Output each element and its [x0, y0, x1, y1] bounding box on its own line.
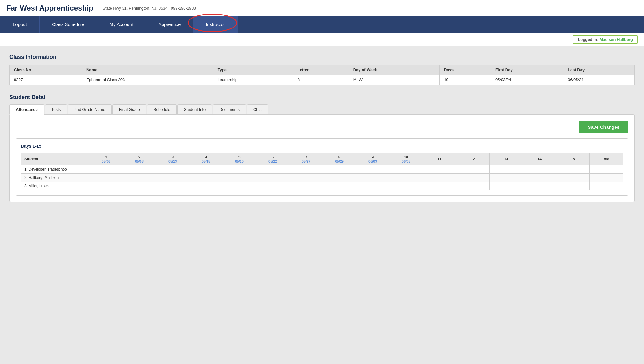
attendance-cell[interactable]: [156, 182, 189, 190]
attendance-cell[interactable]: [523, 165, 556, 174]
attendance-student-row: 2. Hallberg, Madisen: [21, 174, 623, 182]
class-first-day-value: 05/03/24: [491, 75, 564, 85]
nav-apprentice[interactable]: Apprentice: [146, 16, 194, 32]
attendance-day-9-header: 9 06/03: [356, 153, 389, 165]
attendance-cell[interactable]: [223, 174, 256, 182]
attendance-cell[interactable]: [123, 182, 156, 190]
attendance-day-11-header: 11: [423, 153, 456, 165]
attendance-day-13-header: 13: [490, 153, 523, 165]
tab-final-grade[interactable]: Final Grade: [112, 104, 146, 115]
attendance-cell[interactable]: [123, 165, 156, 174]
attendance-cell[interactable]: [490, 174, 523, 182]
attendance-cell[interactable]: [223, 165, 256, 174]
attendance-total-cell: [590, 165, 623, 174]
attendance-cell[interactable]: [490, 182, 523, 190]
attendance-cell[interactable]: [456, 165, 490, 174]
col-first-day: First Day: [491, 65, 564, 75]
attendance-cell[interactable]: [356, 165, 389, 174]
tab-student-info[interactable]: Student Info: [177, 104, 212, 115]
days-section: Days 1-15 Student 1 05/06 2 05/08: [16, 138, 628, 196]
attendance-cell[interactable]: [89, 165, 123, 174]
attendance-day-15-header: 15: [556, 153, 590, 165]
attendance-cell[interactable]: [323, 182, 356, 190]
attendance-cell[interactable]: [189, 182, 223, 190]
attendance-total-header: Total: [590, 153, 623, 165]
attendance-cell[interactable]: [123, 174, 156, 182]
save-changes-row: Save Changes: [16, 121, 628, 133]
attendance-cell[interactable]: [356, 174, 389, 182]
attendance-table: Student 1 05/06 2 05/08 3 05/13: [21, 153, 623, 190]
class-day-of-week-value: M, W: [349, 75, 439, 85]
attendance-cell[interactable]: [156, 165, 189, 174]
tab-documents[interactable]: Documents: [213, 104, 246, 115]
tab-attendance[interactable]: Attendance: [9, 104, 44, 115]
tab-chat[interactable]: Chat: [247, 104, 268, 115]
attendance-day-4-header: 4 05/15: [189, 153, 223, 165]
save-changes-button[interactable]: Save Changes: [579, 121, 628, 133]
attendance-cell[interactable]: [223, 182, 256, 190]
col-day-of-week: Day of Week: [349, 65, 439, 75]
nav-instructor[interactable]: Instructor: [193, 16, 238, 32]
days-section-title: Days 1-15: [21, 144, 623, 149]
attendance-cell[interactable]: [490, 165, 523, 174]
attendance-student-col-header: Student: [21, 153, 89, 165]
attendance-cell[interactable]: [423, 174, 456, 182]
nav-class-schedule[interactable]: Class Schedule: [40, 16, 97, 32]
attendance-cell[interactable]: [456, 182, 490, 190]
attendance-cell[interactable]: [289, 165, 323, 174]
class-info-title: Class Information: [9, 54, 635, 60]
attendance-cell[interactable]: [423, 182, 456, 190]
attendance-day-6-header: 6 05/22: [256, 153, 289, 165]
tab-schedule[interactable]: Schedule: [147, 104, 177, 115]
attendance-cell[interactable]: [256, 182, 289, 190]
attendance-cell[interactable]: [323, 174, 356, 182]
attendance-day-8-header: 8 05/29: [323, 153, 356, 165]
attendance-cell[interactable]: [423, 165, 456, 174]
col-class-no: Class No: [10, 65, 82, 75]
attendance-cell[interactable]: [323, 165, 356, 174]
col-name: Name: [82, 65, 213, 75]
student-name-cell: 3. Miller, Lukas: [21, 182, 89, 190]
attendance-cell[interactable]: [89, 174, 123, 182]
class-days-value: 10: [439, 75, 491, 85]
nav-my-account[interactable]: My Account: [97, 16, 146, 32]
attendance-cell[interactable]: [156, 174, 189, 182]
attendance-cell[interactable]: [256, 165, 289, 174]
nav-logout[interactable]: Logout: [0, 16, 40, 32]
attendance-day-7-header: 7 05/27: [289, 153, 323, 165]
class-name-value: Ephemeral Class 303: [82, 75, 213, 85]
attendance-cell[interactable]: [523, 174, 556, 182]
student-detail-tabs: Attendance Tests 2nd Grade Name Final Gr…: [9, 104, 635, 115]
attendance-cell[interactable]: [256, 174, 289, 182]
class-type-value: Leadership: [213, 75, 293, 85]
class-info-table: Class No Name Type Letter Day of Week Da…: [9, 65, 635, 85]
col-type: Type: [213, 65, 293, 75]
student-detail-title: Student Detail: [9, 94, 635, 101]
attendance-cell[interactable]: [356, 182, 389, 190]
table-row: 9207 Ephemeral Class 303 Leadership A M,…: [10, 75, 635, 85]
attendance-day-10-header: 10 06/05: [389, 153, 423, 165]
attendance-cell[interactable]: [289, 182, 323, 190]
attendance-cell[interactable]: [189, 165, 223, 174]
attendance-total-cell: [590, 182, 623, 190]
class-letter-value: A: [293, 75, 349, 85]
attendance-cell[interactable]: [523, 182, 556, 190]
attendance-cell[interactable]: [456, 174, 490, 182]
attendance-total-cell: [590, 174, 623, 182]
attendance-cell[interactable]: [556, 165, 590, 174]
logged-in-username: Madisen Hallberg: [599, 37, 633, 42]
attendance-cell[interactable]: [556, 174, 590, 182]
attendance-cell[interactable]: [389, 174, 423, 182]
attendance-cell[interactable]: [389, 165, 423, 174]
attendance-day-1-header: 1 05/06: [89, 153, 123, 165]
main-nav: Logout Class Schedule My Account Apprent…: [0, 16, 644, 32]
site-address: State Hwy 31, Pennington, NJ, 8534 999-2…: [102, 6, 196, 11]
attendance-cell[interactable]: [389, 182, 423, 190]
tab-tests[interactable]: Tests: [45, 104, 67, 115]
attendance-cell[interactable]: [89, 182, 123, 190]
attendance-cell[interactable]: [289, 174, 323, 182]
tab-2nd-grade-name[interactable]: 2nd Grade Name: [68, 104, 112, 115]
logged-in-container: Logged In: Madisen Hallberg: [0, 32, 644, 46]
attendance-cell[interactable]: [556, 182, 590, 190]
attendance-cell[interactable]: [189, 174, 223, 182]
